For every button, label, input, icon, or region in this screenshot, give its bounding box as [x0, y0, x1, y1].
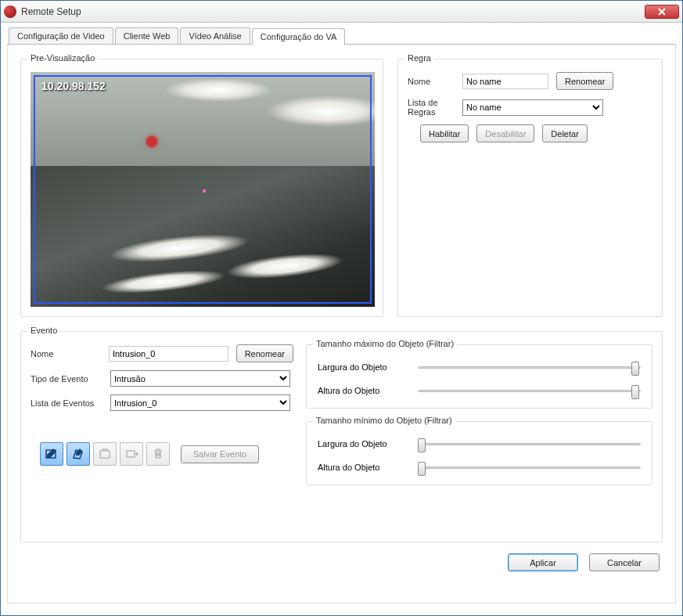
preview-video[interactable]: 10.20.98.152: [31, 72, 375, 307]
evento-legend: Evento: [27, 326, 60, 335]
footer-buttons: Aplicar Cancelar: [20, 553, 663, 571]
svg-rect-3: [127, 451, 135, 457]
evento-tipo-select[interactable]: Intrusão: [110, 370, 290, 387]
regra-legend: Regra: [404, 53, 434, 63]
max-size-group: Tamanho máximo do Objeto (Filtrar) Largu…: [306, 344, 652, 409]
min-size-group: Tamanho mínimo do Objeto (Filtrar) Largu…: [306, 421, 652, 485]
regra-nome-label: Nome: [408, 77, 455, 86]
cancelar-button[interactable]: Cancelar: [589, 553, 660, 571]
regra-nome-input[interactable]: [462, 74, 548, 89]
aplicar-button[interactable]: Aplicar: [508, 553, 578, 571]
tabstrip: Configuração de Video Cliente Web Vídeo …: [7, 27, 676, 45]
tab-config-va[interactable]: Configuração do VA: [252, 28, 346, 45]
evento-nome-input[interactable]: [109, 346, 228, 362]
min-size-legend: Tamanho mínimo do Objeto (Filtrar): [313, 416, 455, 425]
min-altura-slider[interactable]: [418, 461, 641, 474]
preview-group: Pre-Visualização 10.20.98.152: [20, 59, 383, 317]
svg-rect-2: [100, 451, 110, 458]
evento-lista-select[interactable]: Intrusion_0: [110, 394, 290, 411]
tabpage: Pre-Visualização 10.20.98.152 Regra Nome: [7, 45, 676, 603]
tool-draw-poly-button[interactable]: [67, 442, 90, 466]
salvar-evento-button[interactable]: Salvar Evento: [181, 445, 259, 463]
max-altura-slider[interactable]: [418, 384, 641, 397]
client-area: Configuração de Video Cliente Web Vídeo …: [1, 23, 682, 615]
pencil-poly-icon: [71, 447, 85, 461]
edit-icon: [98, 447, 112, 461]
min-largura-slider[interactable]: [418, 438, 641, 450]
evento-lista-label: Lista de Eventos: [31, 398, 102, 408]
min-altura-label: Altura do Objeto: [318, 463, 404, 472]
tool-edit-button: [93, 442, 117, 466]
pencil-rect-icon: [45, 447, 59, 461]
tool-draw-rect-button[interactable]: [40, 442, 63, 466]
evento-renomear-button[interactable]: Renomear: [236, 344, 293, 362]
tool-row: Salvar Evento: [40, 442, 293, 466]
window-title: Remote Setup: [21, 6, 645, 17]
max-largura-slider[interactable]: [418, 361, 641, 373]
regra-lista-label: Lista de Regras: [408, 98, 455, 117]
habilitar-button[interactable]: Habilitar: [420, 124, 469, 142]
desabilitar-button[interactable]: Desabilitar: [476, 124, 534, 142]
window: Remote Setup Configuração de Video Clien…: [0, 0, 683, 616]
move-icon: [124, 447, 138, 461]
max-size-legend: Tamanho máximo do Objeto (Filtrar): [313, 339, 457, 348]
tab-video-config[interactable]: Configuração de Video: [9, 27, 113, 44]
deletar-button[interactable]: Deletar: [542, 124, 587, 142]
preview-legend: Pre-Visualização: [27, 53, 98, 63]
close-icon: [657, 8, 667, 16]
evento-tipo-label: Tipo de Evento: [31, 374, 102, 384]
regra-group: Regra Nome Renomear Lista de Regras No n…: [397, 59, 663, 317]
max-largura-label: Largura do Objeto: [318, 362, 404, 372]
tab-video-analise[interactable]: Vídeo Análise: [180, 27, 250, 44]
app-logo-icon: [4, 5, 16, 18]
titlebar: Remote Setup: [1, 1, 682, 23]
min-largura-label: Largura do Objeto: [318, 439, 404, 448]
preview-ip-overlay: 10.20.98.152: [41, 80, 106, 92]
close-button[interactable]: [645, 5, 679, 19]
tool-delete-button: [146, 442, 170, 466]
max-altura-label: Altura do Objeto: [318, 386, 404, 395]
regra-renomear-button[interactable]: Renomear: [556, 72, 613, 90]
tool-move-button: [120, 442, 143, 466]
evento-group: Evento Nome Renomear Tipo de Evento Intr…: [20, 331, 663, 542]
selection-rect[interactable]: [34, 75, 372, 304]
regra-lista-select[interactable]: No name: [462, 99, 603, 116]
tab-cliente-web[interactable]: Cliente Web: [115, 27, 179, 44]
evento-nome-label: Nome: [31, 349, 101, 358]
trash-icon: [151, 447, 165, 461]
